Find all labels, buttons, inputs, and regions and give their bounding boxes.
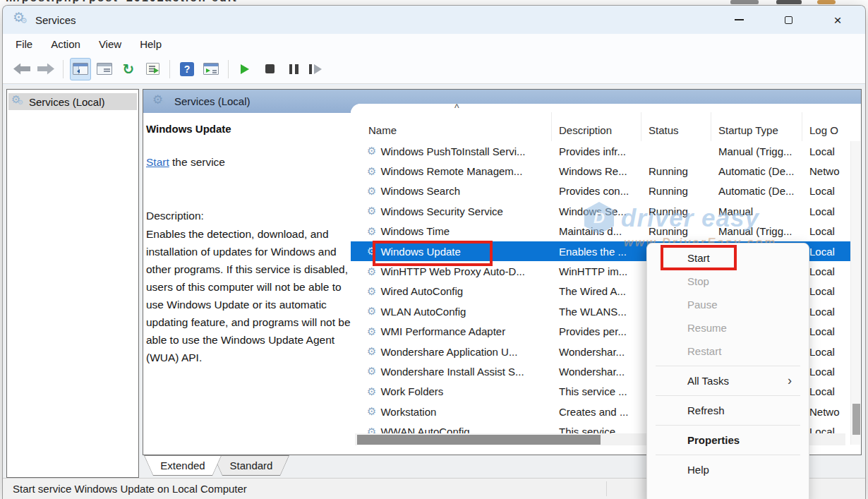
service-log-on-as: Local bbox=[802, 185, 850, 197]
console-tree-panel: ⚙⚙ Services (Local) bbox=[6, 89, 139, 478]
tab-standard[interactable]: Standard bbox=[213, 455, 289, 476]
service-gear-icon: ⚙ bbox=[367, 305, 376, 318]
show-hide-console-tree-button[interactable] bbox=[70, 58, 91, 80]
service-description: Provides con... bbox=[552, 185, 641, 197]
column-header-startup-type[interactable]: Startup Type bbox=[711, 112, 802, 141]
service-name: Windows Security Service bbox=[380, 205, 502, 217]
list-header: ^ Name Description Status Startup Type L… bbox=[351, 104, 850, 141]
column-header-description[interactable]: Description bbox=[552, 112, 641, 141]
table-row[interactable]: ⚙Windows Time Maintains d... Running Man… bbox=[351, 222, 850, 241]
export-list-icon bbox=[146, 63, 159, 75]
service-status: Running bbox=[641, 185, 711, 197]
service-log-on-as: Local bbox=[802, 385, 850, 397]
back-button[interactable] bbox=[11, 58, 32, 80]
menu-separator bbox=[656, 455, 800, 455]
maximize-icon bbox=[785, 16, 792, 24]
action-pane-icon bbox=[203, 63, 219, 75]
export-list-button[interactable] bbox=[142, 58, 163, 80]
menu-action[interactable]: Action bbox=[51, 38, 80, 50]
menu-item-all-tasks[interactable]: All Tasks › bbox=[647, 369, 809, 392]
tab-extended[interactable]: Extended bbox=[144, 455, 222, 476]
service-gear-icon: ⚙ bbox=[367, 365, 376, 378]
vertical-scrollbar[interactable] bbox=[850, 141, 860, 445]
table-row[interactable]: ⚙Windows Security Service Windows Se... … bbox=[351, 201, 850, 221]
service-name: Windows Update bbox=[380, 246, 460, 258]
service-description: The Wired A... bbox=[552, 285, 641, 297]
console-tree-icon bbox=[73, 63, 88, 75]
service-action-line: Start the service bbox=[146, 156, 349, 169]
stop-service-icon bbox=[265, 64, 275, 73]
maximize-button[interactable] bbox=[764, 6, 813, 34]
properties-icon bbox=[97, 63, 112, 75]
context-menu: Start Stop Pause Resume Restart All Task… bbox=[646, 243, 809, 499]
back-arrow-icon bbox=[13, 64, 30, 75]
service-description: Provides per... bbox=[552, 325, 641, 337]
show-hide-action-pane-button[interactable] bbox=[200, 58, 222, 80]
service-gear-icon: ⚙ bbox=[367, 205, 376, 217]
column-header-log-on-as[interactable]: Log O bbox=[802, 112, 850, 141]
help-icon: ? bbox=[180, 62, 194, 76]
service-log-on-as: Local bbox=[802, 246, 850, 258]
service-description: Wondershar... bbox=[552, 366, 641, 378]
menu-item-help[interactable]: Help bbox=[647, 458, 809, 481]
menu-item-refresh[interactable]: Refresh bbox=[647, 399, 809, 422]
description-text: Enables the detection, download, and ins… bbox=[146, 225, 351, 366]
service-log-on-as: Local bbox=[802, 285, 850, 297]
service-log-on-as: Local bbox=[802, 265, 850, 277]
table-row[interactable]: ⚙Windows Remote Managem... Windows Re...… bbox=[351, 161, 850, 181]
toolbar-separator bbox=[169, 60, 170, 78]
menu-separator bbox=[656, 395, 800, 396]
service-gear-icon: ⚙ bbox=[367, 385, 376, 398]
menu-file[interactable]: File bbox=[16, 38, 32, 50]
close-icon: × bbox=[833, 13, 841, 27]
action-suffix: the service bbox=[169, 156, 225, 168]
service-gear-icon: ⚙ bbox=[367, 145, 376, 157]
background-window-fragment bbox=[776, 0, 802, 4]
forward-button[interactable] bbox=[35, 58, 56, 80]
service-status: Running bbox=[641, 165, 711, 177]
refresh-button[interactable]: ↻ bbox=[118, 58, 139, 80]
services-gear-icon: ⚙⚙ bbox=[152, 93, 169, 110]
service-startup-type: Automatic (De... bbox=[711, 165, 802, 177]
menu-help[interactable]: Help bbox=[140, 38, 162, 50]
menu-item-stop: Stop bbox=[647, 270, 809, 293]
start-service-button[interactable] bbox=[235, 58, 256, 80]
minimize-button[interactable] bbox=[714, 6, 764, 34]
service-gear-icon: ⚙ bbox=[367, 285, 376, 298]
menu-item-restart: Restart bbox=[647, 339, 809, 363]
properties-button[interactable] bbox=[94, 58, 115, 80]
restart-service-button[interactable] bbox=[307, 58, 328, 80]
menu-separator bbox=[656, 425, 800, 426]
selected-service-title: Windows Update bbox=[146, 123, 349, 135]
column-header-name[interactable]: Name bbox=[351, 112, 552, 141]
column-header-status[interactable]: Status bbox=[641, 112, 711, 141]
help-button[interactable]: ? bbox=[176, 58, 198, 80]
service-name: Workstation bbox=[380, 406, 436, 418]
service-name: Windows Search bbox=[380, 185, 460, 197]
tree-item-services-local[interactable]: ⚙⚙ Services (Local) bbox=[8, 93, 137, 110]
service-name: WLAN AutoConfig bbox=[380, 306, 466, 318]
service-name: Work Folders bbox=[380, 385, 443, 397]
service-log-on-as: Netwo bbox=[802, 406, 850, 418]
service-gear-icon: ⚙ bbox=[367, 405, 376, 418]
service-gear-icon: ⚙ bbox=[367, 225, 376, 238]
menu-item-properties[interactable]: Properties bbox=[647, 428, 809, 452]
restart-service-icon bbox=[309, 64, 327, 74]
vertical-scrollbar-thumb[interactable] bbox=[852, 404, 860, 435]
start-service-link[interactable]: Start bbox=[146, 156, 169, 168]
close-button[interactable]: × bbox=[813, 6, 862, 34]
service-name: Wondershare Install Assist S... bbox=[380, 366, 524, 378]
stop-service-button[interactable] bbox=[259, 58, 280, 80]
table-row[interactable]: ⚙Windows PushToInstall Servi... Provides… bbox=[351, 141, 850, 161]
menu-item-start[interactable]: Start bbox=[647, 246, 809, 270]
menu-bar: File Action View Help bbox=[3, 34, 865, 54]
background-clipped-text: m/post.php?post=29102action-edit bbox=[6, 0, 237, 4]
horizontal-scrollbar-thumb[interactable] bbox=[357, 435, 601, 445]
table-row[interactable]: ⚙Windows Search Provides con... Running … bbox=[351, 181, 850, 201]
service-log-on-as: Local bbox=[802, 366, 850, 378]
service-name: Windows PushToInstall Servi... bbox=[380, 145, 525, 157]
pause-service-button[interactable] bbox=[283, 58, 304, 80]
title-bar[interactable]: ⚙⚙ Services × bbox=[3, 6, 865, 34]
service-description: This service ... bbox=[552, 385, 641, 397]
menu-view[interactable]: View bbox=[99, 38, 121, 50]
